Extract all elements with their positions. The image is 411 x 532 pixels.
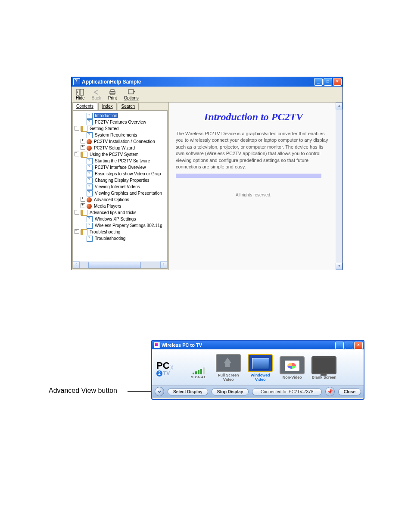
page-icon: [87, 113, 93, 119]
tab-index[interactable]: Index: [98, 103, 116, 110]
tree-item-tips[interactable]: Advanced tips and tricks: [75, 209, 167, 216]
full-screen-thumb-icon: [216, 354, 241, 372]
tree-item-viewing-graphics[interactable]: Viewing Graphics and Presentation: [75, 190, 167, 196]
advanced-view-button[interactable]: [155, 387, 164, 396]
collapse-icon[interactable]: [75, 229, 79, 234]
tree-item-setup-wizard[interactable]: PC2TV Setup Wizard: [75, 145, 167, 151]
tab-search[interactable]: Search: [118, 103, 139, 110]
collapse-icon[interactable]: [75, 152, 79, 156]
content-inner: Introduction to PC2TV The Wireless PC2TV…: [169, 103, 342, 197]
mode-windowed[interactable]: Windowed Video: [247, 354, 274, 382]
expand-icon[interactable]: [81, 139, 85, 143]
page-icon: [87, 223, 93, 229]
help-titlebar[interactable]: ApplicationHelp Sample _ □ ×: [72, 77, 342, 87]
help-app-icon: [73, 78, 80, 85]
page-icon: [87, 216, 93, 222]
options-label: Options: [124, 96, 138, 100]
tree-item-getting-started[interactable]: Getting Started: [75, 125, 167, 132]
pc2tv-logo: PC )) 2 TV: [156, 360, 191, 376]
tree-item-troubleshooting-section[interactable]: Troubleshooting: [75, 229, 167, 235]
expand-icon[interactable]: [81, 197, 85, 202]
chevron-down-icon: [157, 389, 162, 394]
pc2tv-title: Wireless PC to TV: [162, 342, 202, 348]
mode-label: Non-Video: [279, 376, 305, 380]
svg-rect-3: [111, 90, 114, 91]
pc2tv-app-icon: [154, 342, 160, 348]
book-closed-icon: [87, 146, 92, 151]
mode-label: Windowed Video: [247, 373, 274, 382]
tree-item-sysreq[interactable]: System Requirements: [75, 132, 167, 138]
tree-item-wireless-prop[interactable]: Wireless Property Settings 802.11g: [75, 222, 167, 229]
signal-label: SIGNAL: [191, 375, 206, 379]
window-controls: _ □ ×: [313, 78, 342, 86]
print-icon: [109, 89, 116, 96]
mode-blank[interactable]: Blank Screen: [311, 356, 337, 380]
minimize-button[interactable]: _: [314, 78, 323, 86]
pin-button[interactable]: 📌: [325, 387, 335, 396]
expand-icon[interactable]: [81, 203, 85, 208]
minimize-button[interactable]: _: [335, 342, 344, 349]
hide-button[interactable]: Hide: [76, 89, 85, 100]
content-rights: All rights reserved.: [176, 193, 331, 197]
page-icon: [87, 236, 93, 242]
tree-item-features[interactable]: PC2TV Features Overview: [75, 119, 167, 125]
nav-hscroll[interactable]: ‹ ›: [73, 261, 167, 268]
collapse-icon[interactable]: [75, 126, 79, 131]
options-button[interactable]: Options: [124, 89, 138, 100]
collapse-icon[interactable]: [75, 210, 79, 215]
tree-item-viewing-internet[interactable]: Viewing Internet Videos: [75, 184, 167, 190]
svg-rect-5: [128, 90, 134, 94]
tree-item-install[interactable]: PC2TV Installation / Connection: [75, 138, 167, 145]
tab-contents[interactable]: Contents: [72, 103, 97, 110]
tree-item-troubleshooting-page[interactable]: Troubleshooting: [75, 235, 167, 242]
tree-item-using[interactable]: Using the PC2TV System: [75, 151, 167, 158]
page-icon: [87, 119, 93, 125]
pc2tv-footer: Select Display Stop Display Connected to…: [152, 386, 364, 398]
close-button[interactable]: ×: [354, 342, 363, 349]
nav-tabstrip: Contents Index Search: [72, 103, 168, 110]
scroll-right-icon[interactable]: ›: [160, 261, 167, 268]
close-app-button[interactable]: Close: [338, 388, 361, 395]
pc2tv-titlebar[interactable]: Wireless PC to TV _ □ ×: [152, 341, 364, 349]
logo-2-badge: 2: [156, 370, 162, 376]
page-icon: [87, 165, 93, 171]
select-display-button[interactable]: Select Display: [168, 388, 208, 395]
tree-item-interface-overview[interactable]: PC2TV Interface Overview: [75, 164, 167, 171]
callout-advanced-view: Advanced View button: [49, 387, 117, 395]
non-video-thumb-icon: [280, 356, 305, 374]
stop-display-button[interactable]: Stop Display: [212, 388, 249, 395]
tree-item-advanced-options[interactable]: Advanced Options: [75, 196, 167, 203]
content-paragraph: The Wireless PC2TV Device is a graphics/…: [176, 131, 331, 170]
scroll-track[interactable]: [336, 109, 342, 263]
expand-icon[interactable]: [81, 145, 85, 150]
text-highlight: [176, 174, 321, 178]
options-icon: [128, 89, 135, 96]
tree-item-media-players[interactable]: Media Players: [75, 203, 167, 209]
mode-non-video[interactable]: Non-Video: [279, 356, 305, 380]
scroll-down-icon[interactable]: ▾: [336, 263, 342, 270]
book-closed-icon: [87, 197, 92, 202]
scroll-track[interactable]: [80, 261, 160, 268]
scroll-thumb[interactable]: [88, 262, 141, 268]
content-vscroll[interactable]: ▴ ▾: [336, 103, 342, 270]
blank-thumb-icon: [311, 356, 336, 374]
windowed-thumb-icon: [248, 354, 273, 372]
window-controls: _ □ ×: [334, 342, 363, 349]
back-button[interactable]: Back: [92, 89, 101, 100]
svg-rect-1: [80, 89, 84, 95]
tree-item-introduction[interactable]: Introduction: [75, 112, 167, 119]
tree-item-basic-steps[interactable]: Basic steps to show Video or Grap: [75, 171, 167, 177]
scroll-up-icon[interactable]: ▴: [336, 103, 342, 109]
scroll-left-icon[interactable]: ‹: [73, 261, 80, 268]
tree-item-xp-settings[interactable]: Windows XP Settings: [75, 216, 167, 222]
tree-item-changing-display[interactable]: Changing Display Properties: [75, 177, 167, 184]
close-button[interactable]: ×: [333, 78, 342, 86]
back-icon: [93, 89, 100, 96]
signal-bars-icon: [193, 367, 205, 374]
maximize-button[interactable]: □: [324, 78, 332, 86]
help-body: Contents Index Search Introduction PC2TV…: [72, 103, 342, 270]
logo-tv-text: TV: [163, 370, 170, 376]
print-button[interactable]: Print: [108, 89, 117, 100]
mode-full-screen[interactable]: Full Screen Video: [215, 354, 242, 382]
tree-item-starting[interactable]: Starting the PC2TV Software: [75, 158, 167, 164]
